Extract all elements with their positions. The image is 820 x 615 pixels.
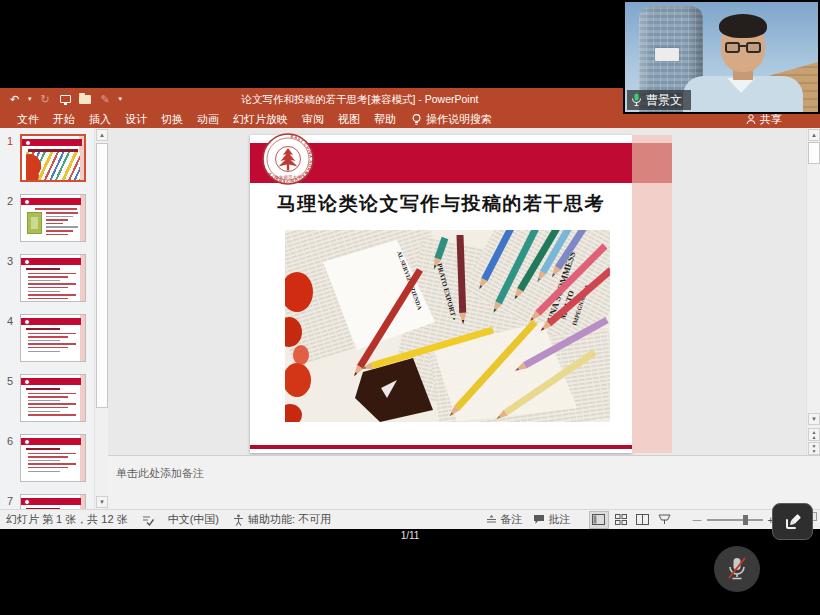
zoom-slider[interactable] xyxy=(707,519,763,521)
accessibility-label: 辅助功能: 不可用 xyxy=(248,512,331,527)
thumbnail-number: 2 xyxy=(0,194,20,242)
spellcheck-icon xyxy=(142,514,154,526)
person-hair xyxy=(719,14,767,38)
webcam-frame: 曹景文 xyxy=(623,0,820,114)
slide-thumbnail-3[interactable] xyxy=(20,254,86,302)
view-buttons xyxy=(589,511,675,529)
accessibility-icon xyxy=(233,514,244,526)
thumb-scroll-thumb[interactable] xyxy=(96,143,108,408)
slide-thumbnail-5[interactable] xyxy=(20,374,86,422)
notes-placeholder[interactable]: 单击此处添加备注 xyxy=(116,466,820,481)
ribbon-tab-1[interactable]: 开始 xyxy=(46,110,82,128)
participant-name: 曹景文 xyxy=(646,92,682,109)
thumbnail-number: 1 xyxy=(0,134,20,182)
comment-icon xyxy=(533,514,545,525)
powerpoint-window: ↶ ▾ ↻ ✎ ▾ 论文写作和投稿的若干思考[兼容模式] - PowerPoin… xyxy=(0,88,820,529)
spellcheck-button[interactable] xyxy=(142,514,154,526)
mic-muted-icon xyxy=(725,556,749,582)
webcam-video[interactable]: 曹景文 xyxy=(625,2,818,112)
undo-icon[interactable]: ↶ xyxy=(8,93,21,106)
previous-slide-icon[interactable]: ▲▲ xyxy=(808,428,820,441)
slide-bottom-bar xyxy=(250,445,632,449)
ribbon-tab-6[interactable]: 幻灯片放映 xyxy=(226,110,295,128)
tell-me-search[interactable]: 操作说明搜索 xyxy=(411,112,492,127)
workspace: 1234567 ▲ ▼ xyxy=(0,128,820,509)
comments-button[interactable]: 批注 xyxy=(533,512,571,527)
editor-scrollbar[interactable]: ▲ ▼ ▲▲ ▼▼ xyxy=(806,128,820,455)
zoom-out-button[interactable]: — xyxy=(693,515,702,525)
ribbon-tab-file[interactable]: 文件 xyxy=(10,110,46,128)
ribbon-tab-7[interactable]: 审阅 xyxy=(295,110,331,128)
thumbnail-row: 2 xyxy=(0,194,94,242)
slide-salmon-block xyxy=(632,143,672,183)
normal-view-icon xyxy=(592,514,605,525)
slide-title[interactable]: 马理论类论文写作与投稿的若干思考 xyxy=(250,191,632,217)
slide-thumbnail-1[interactable] xyxy=(20,134,86,182)
slideshow-view-button[interactable] xyxy=(655,511,675,529)
search-label: 操作说明搜索 xyxy=(426,112,492,127)
ribbon-tab-8[interactable]: 视图 xyxy=(331,110,367,128)
notes-toggle-label: 备注 xyxy=(501,512,523,527)
normal-view-button[interactable] xyxy=(589,511,609,529)
thumbnail-row: 4 xyxy=(0,314,94,362)
slide-editor: EAST CHINA NORMAL UNIVERSITY 华东师范大学 马理论类… xyxy=(108,128,806,455)
screen: ↶ ▾ ↻ ✎ ▾ 论文写作和投稿的若干思考[兼容模式] - PowerPoin… xyxy=(0,0,820,615)
thumbnail-row: 5 xyxy=(0,374,94,422)
mute-microphone-button[interactable] xyxy=(714,546,760,592)
statusbar-right: 备注 批注 xyxy=(486,511,774,529)
pen-icon: ✎ xyxy=(99,93,112,106)
slide-thumbnail-4[interactable] xyxy=(20,314,86,362)
slide-canvas[interactable]: EAST CHINA NORMAL UNIVERSITY 华东师范大学 马理论类… xyxy=(250,135,672,453)
thumbnail-number: 4 xyxy=(0,314,20,362)
ribbon-tab-4[interactable]: 切换 xyxy=(154,110,190,128)
scroll-thumb[interactable] xyxy=(808,142,820,164)
scroll-down-icon[interactable]: ▼ xyxy=(808,413,820,425)
zoom-control: — + xyxy=(693,514,774,526)
quick-access-toolbar: ↶ ▾ ↻ ✎ ▾ xyxy=(8,88,122,110)
language-button[interactable]: 中文(中国) xyxy=(168,512,219,527)
university-logo: EAST CHINA NORMAL UNIVERSITY 华东师范大学 xyxy=(262,133,314,185)
start-slideshow-icon[interactable] xyxy=(59,93,72,106)
slide-thumbnail-panel: 1234567 xyxy=(0,128,94,509)
next-slide-icon[interactable]: ▼▼ xyxy=(808,442,820,455)
thumbnail-scrollbar[interactable]: ▲ ▼ xyxy=(94,128,108,509)
mic-active-icon xyxy=(631,93,642,107)
slide-thumbnail-6[interactable] xyxy=(20,434,86,482)
thumb-scroll-up-icon[interactable]: ▲ xyxy=(96,129,108,141)
annotate-pencil-icon xyxy=(782,511,804,533)
ribbon-tab-9[interactable]: 帮助 xyxy=(367,110,403,128)
status-bar: 幻灯片 第 1 张，共 12 张 中文(中国) 辅助功能: 不可用 xyxy=(0,509,820,529)
slide-counter: 幻灯片 第 1 张，共 12 张 xyxy=(6,512,128,527)
notes-pane[interactable]: 单击此处添加备注 xyxy=(108,455,820,509)
ribbon-tab-5[interactable]: 动画 xyxy=(190,110,226,128)
slide-thumbnail-2[interactable] xyxy=(20,194,86,242)
notes-icon xyxy=(486,515,497,525)
thumbnail-number: 5 xyxy=(0,374,20,422)
window-title: 论文写作和投稿的若干思考[兼容模式] - PowerPoint xyxy=(120,88,600,110)
thumbnail-number: 6 xyxy=(0,434,20,482)
person-icon xyxy=(746,114,756,125)
slide-picture[interactable]: UNA SCOMMESS MOLTO IMPEGNATIVA AL SERVIZ… xyxy=(285,230,610,422)
thumbnail-row: 3 xyxy=(0,254,94,302)
redo-icon: ↻ xyxy=(39,93,52,106)
slide-sorter-view-button[interactable] xyxy=(611,511,631,529)
slide-thumbnail-7[interactable] xyxy=(20,494,86,509)
slideshow-icon xyxy=(658,514,671,525)
open-folder-icon[interactable] xyxy=(79,93,92,106)
reading-view-button[interactable] xyxy=(633,511,653,529)
thumbnail-row: 1 xyxy=(0,134,94,182)
comments-label: 批注 xyxy=(549,512,571,527)
thumbnail-row: 7 xyxy=(0,494,94,509)
thumb-scroll-down-icon[interactable]: ▼ xyxy=(96,496,108,508)
ribbon-tab-2[interactable]: 插入 xyxy=(82,110,118,128)
annotation-tool-button[interactable] xyxy=(772,503,813,540)
undo-dropdown-icon[interactable]: ▾ xyxy=(28,95,32,103)
reading-view-icon xyxy=(636,514,649,525)
accessibility-button[interactable]: 辅助功能: 不可用 xyxy=(233,512,331,527)
scroll-up-icon[interactable]: ▲ xyxy=(808,129,820,141)
ribbon-tab-3[interactable]: 设计 xyxy=(118,110,154,128)
slide-sorter-icon xyxy=(615,514,627,525)
notes-toggle-button[interactable]: 备注 xyxy=(486,512,523,527)
zoom-slider-thumb[interactable] xyxy=(743,515,748,525)
lightbulb-icon xyxy=(411,113,422,126)
